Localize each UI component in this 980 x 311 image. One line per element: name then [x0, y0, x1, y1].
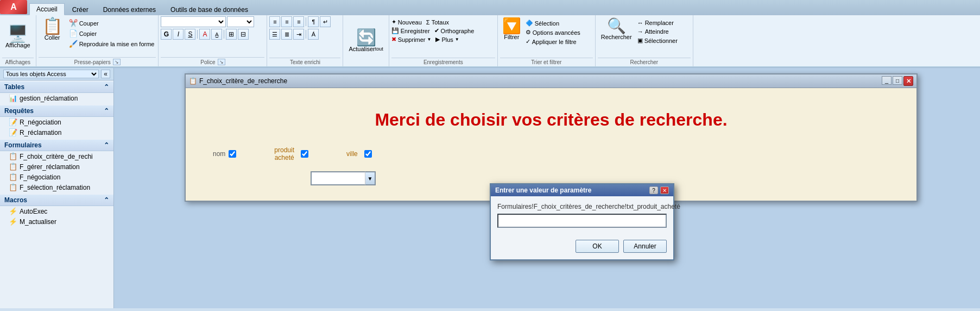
selection-button[interactable]: 🔷 Sélection	[526, 20, 580, 27]
font-color-button[interactable]: A	[199, 29, 210, 40]
sidebar-section-tables: Tables ⌃ 📊 gestion_réclamation	[0, 80, 113, 104]
tab-outils-bdd[interactable]: Outils de base de données	[163, 4, 255, 15]
sidebar: Tous les objets Access « Tables ⌃ 📊 gest…	[0, 68, 114, 308]
copier-button[interactable]: 📄 Copier	[67, 29, 156, 38]
sidebar-item[interactable]: 📋 F_choix_critère_de_rechi	[0, 151, 113, 161]
modal-maximize-button[interactable]: □	[893, 76, 902, 85]
replace-icon: ↔	[637, 20, 643, 26]
ribbon-group-police: G I S A A̲ ⊞ ⊟ Police ↘	[159, 15, 267, 66]
select-icon: ▣	[637, 37, 643, 44]
param-close-button[interactable]: ✕	[660, 186, 669, 194]
formulaires-section-title: Formulaires ⌃	[0, 140, 113, 151]
form-icon: 📋	[9, 173, 17, 181]
sidebar-item[interactable]: 📋 F_gérer_réclamation	[0, 161, 113, 172]
ville-checkbox[interactable]	[364, 150, 372, 158]
sidebar-item[interactable]: 📊 gestion_réclamation	[0, 93, 113, 103]
list-button[interactable]: ☰	[269, 29, 280, 40]
affichage-button[interactable]: 🖥️ Affichage	[2, 24, 34, 49]
modal-minimize-button[interactable]: _	[882, 76, 892, 85]
produit-field: produit acheté	[274, 146, 308, 161]
remplacer-button[interactable]: ↔ Remplacer	[637, 20, 678, 26]
presse-papiers-expand-icon[interactable]: ↘	[113, 59, 121, 65]
ribbon: A Accueil Créer Données externes Outils …	[0, 0, 980, 68]
atteindre-button[interactable]: → Atteindre	[637, 28, 678, 35]
sidebar-section-requetes: Requêtes ⌃ 📝 R_négociation 📝 R_réclamati…	[0, 104, 113, 139]
param-title: Entrer une valeur de paramètre	[495, 186, 591, 194]
name-dropdown-button[interactable]: ▼	[365, 171, 376, 185]
main-area: Tous les objets Access « Tables ⌃ 📊 gest…	[0, 68, 980, 308]
align-left-button[interactable]: ≡	[269, 16, 280, 27]
sidebar-item[interactable]: 📋 F_sélection_réclamation	[0, 182, 113, 192]
police-expand-icon[interactable]: ↘	[218, 59, 225, 65]
sidebar-section-macros: Macros ⌃ ⚡ AutoExec ⚡ M_actualiser	[0, 194, 113, 228]
reproduire-button[interactable]: 🖌️ Reproduire la mise en forme	[67, 39, 156, 48]
modal-close-button[interactable]: ✕	[903, 76, 913, 86]
grid-button[interactable]: ⊞	[226, 29, 237, 40]
text-format1-button[interactable]: ¶	[308, 16, 319, 27]
produit-label: produit	[274, 146, 294, 154]
coller-button[interactable]: 📋 Coller	[39, 16, 66, 42]
sidebar-item[interactable]: 📝 R_réclamation	[0, 127, 113, 138]
italic-button[interactable]: I	[173, 29, 184, 40]
options-avancees-button[interactable]: ⚙ Options avancées	[526, 29, 580, 36]
tab-creer[interactable]: Créer	[65, 4, 96, 15]
align-center-button[interactable]: ≡	[281, 16, 292, 27]
list2-button[interactable]: ≣	[281, 29, 292, 40]
office-button[interactable]: A	[0, 0, 27, 14]
highlight-button[interactable]: A̲	[211, 29, 222, 40]
supprimer-button[interactable]: ✖ Supprimer ▼	[391, 36, 432, 43]
tables-collapse-icon[interactable]: ⌃	[104, 83, 109, 91]
underline-button[interactable]: S	[185, 29, 195, 40]
filtrer-button[interactable]: 🔽 Filtrer	[500, 17, 523, 41]
modal-form-row: nom produit acheté ville	[202, 141, 900, 167]
presse-papiers-label: Presse-papiers ↘	[39, 57, 156, 65]
indent-button[interactable]: ⇥	[293, 29, 304, 40]
font-family-select[interactable]	[161, 16, 226, 27]
actualiser-button[interactable]: 🔄 Actualiser tout	[345, 28, 386, 53]
align-right-button[interactable]: ≡	[293, 16, 304, 27]
selectionner-button[interactable]: ▣ Sélectionner	[637, 37, 678, 44]
param-ok-button[interactable]: OK	[576, 240, 619, 253]
name-input[interactable]	[311, 171, 365, 185]
nom-label: nom	[213, 150, 225, 158]
sidebar-item[interactable]: 📋 F_négociation	[0, 172, 113, 182]
param-annuler-button[interactable]: Annuler	[623, 240, 667, 253]
couper-button[interactable]: ✂️ Couper	[67, 18, 156, 28]
sidebar-filter-select[interactable]: Tous les objets Access	[3, 70, 99, 78]
enregistrer-button[interactable]: 💾 Enregistrer	[391, 27, 430, 34]
paintbrush-icon: 🖌️	[69, 40, 78, 48]
formulaires-collapse-icon[interactable]: ⌃	[104, 141, 109, 149]
param-input[interactable]	[497, 214, 667, 228]
plus-button[interactable]: ▶ Plus ▼	[435, 36, 459, 43]
supprimer-dropdown-icon[interactable]: ▼	[427, 37, 432, 42]
font-size-select[interactable]	[227, 16, 254, 27]
bold-button[interactable]: G	[161, 29, 172, 40]
param-titlebar: Entrer une valeur de paramètre ? ✕	[491, 184, 673, 196]
grid2-button[interactable]: ⊟	[238, 29, 249, 40]
sidebar-item[interactable]: ⚡ AutoExec	[0, 206, 113, 216]
plus-dropdown-icon[interactable]: ▼	[455, 37, 459, 42]
sidebar-collapse-button[interactable]: «	[101, 70, 110, 78]
tab-donnees-externes[interactable]: Données externes	[96, 4, 163, 15]
produit-checkbox[interactable]	[301, 150, 308, 158]
sidebar-item[interactable]: 📝 R_négociation	[0, 117, 113, 127]
nom-checkbox[interactable]	[229, 150, 236, 158]
requetes-collapse-icon[interactable]: ⌃	[104, 107, 109, 115]
selection-icon: 🔷	[526, 20, 533, 27]
coller-icon: 📋	[42, 18, 62, 34]
sidebar-header: Tous les objets Access «	[0, 68, 113, 80]
options-icon: ⚙	[526, 29, 531, 36]
macros-collapse-icon[interactable]: ⌃	[104, 196, 109, 204]
totaux-button[interactable]: Σ Totaux	[426, 19, 449, 26]
appliquer-filtre-button[interactable]: ✓ Appliquer le filtre	[526, 38, 580, 45]
param-help-button[interactable]: ?	[649, 186, 658, 194]
sidebar-item[interactable]: ⚡ M_actualiser	[0, 216, 113, 227]
text-format2-button[interactable]: ↵	[320, 16, 331, 27]
nouveau-button[interactable]: ✦ Nouveau	[391, 18, 422, 26]
text-format3-button[interactable]: Á	[308, 29, 319, 40]
ribbon-group-texte-enrichi: ≡ ≡ ≡ ¶ ↵ ☰ ≣ ⇥ Á Texte enrichi	[267, 15, 343, 66]
rechercher-button[interactable]: 🔍 Rechercher	[598, 17, 635, 41]
scissors-icon: ✂️	[69, 19, 78, 27]
tab-accueil[interactable]: Accueil	[29, 3, 65, 15]
orthographe-button[interactable]: ✔ Orthographe	[434, 27, 475, 34]
